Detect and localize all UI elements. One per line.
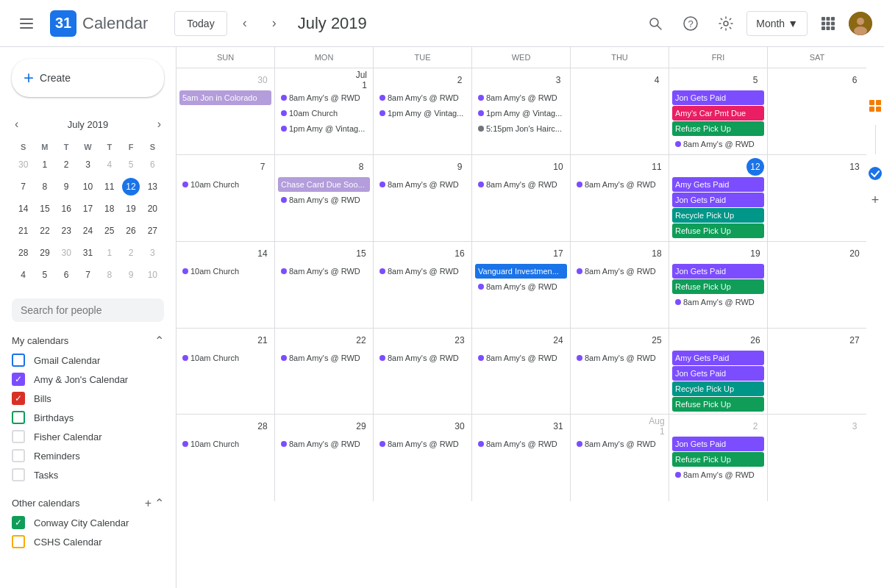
- calendar-date[interactable]: 26: [746, 331, 764, 349]
- calendar-date[interactable]: Aug 1: [648, 417, 666, 435]
- mini-cal-date[interactable]: 3: [143, 243, 163, 263]
- calendar-event[interactable]: Recycle Pick Up: [672, 381, 764, 396]
- mini-cal-date[interactable]: 27: [143, 220, 163, 241]
- cshs-calendar-checkbox[interactable]: [12, 535, 25, 548]
- bills-calendar-checkbox[interactable]: ✓: [12, 392, 25, 405]
- calendar-date[interactable]: 29: [352, 417, 370, 435]
- mini-cal-date[interactable]: 30: [13, 154, 33, 175]
- today-button[interactable]: Today: [174, 11, 227, 36]
- calendar-date[interactable]: 13: [846, 158, 863, 176]
- calendar-event[interactable]: 8am Amy's @ RWD: [574, 437, 666, 451]
- calendar-date[interactable]: 2: [451, 71, 468, 89]
- calendar-event[interactable]: 8am Amy's @ RWD: [278, 351, 370, 365]
- calendar-date[interactable]: 15: [352, 245, 370, 262]
- mini-cal-date[interactable]: 1: [99, 243, 119, 263]
- calendar-event[interactable]: Chase Card Due Soo...: [278, 177, 370, 192]
- calendar-date[interactable]: 30: [451, 417, 468, 435]
- my-calendars-title[interactable]: My calendars: [12, 335, 68, 346]
- calendar-event[interactable]: 8am Amy's @ RWD: [574, 351, 666, 365]
- calendar-event[interactable]: 8am Amy's @ RWD: [475, 177, 567, 192]
- calendar-date[interactable]: 10: [549, 158, 567, 176]
- calendar-date[interactable]: 27: [846, 331, 863, 349]
- calendar-event[interactable]: Jon Gets Paid: [672, 437, 764, 451]
- mini-cal-date[interactable]: 9: [57, 176, 76, 197]
- mini-cal-date[interactable]: 28: [13, 243, 33, 263]
- calendar-event[interactable]: Jon Gets Paid: [672, 193, 764, 207]
- calendar-date[interactable]: Jul 1: [352, 71, 370, 89]
- mini-cal-date[interactable]: 7: [78, 265, 98, 285]
- calendar-event[interactable]: 8am Amy's @ RWD: [377, 437, 468, 451]
- mini-cal-date[interactable]: 19: [121, 198, 140, 219]
- calendar-event[interactable]: 8am Amy's @ RWD: [278, 264, 370, 279]
- calendar-event[interactable]: 8am Amy's @ RWD: [377, 177, 468, 192]
- calendar-date[interactable]: 7: [254, 158, 271, 176]
- calendar-item-birthdays[interactable]: Birthdays: [0, 408, 176, 427]
- mini-cal-date[interactable]: 25: [99, 220, 119, 241]
- search-people-input[interactable]: [12, 298, 164, 322]
- calendar-event[interactable]: Amy Gets Paid: [672, 351, 764, 365]
- mini-cal-date[interactable]: 14: [13, 198, 33, 219]
- tasks-calendar-checkbox[interactable]: [12, 468, 25, 481]
- user-avatar[interactable]: [849, 12, 872, 35]
- calendar-event[interactable]: Refuse Pick Up: [672, 452, 764, 467]
- calendar-event[interactable]: 8am Amy's @ RWD: [377, 351, 468, 365]
- mini-cal-date[interactable]: 23: [57, 220, 76, 241]
- calendar-event[interactable]: 5:15pm Jon's Hairc...: [475, 121, 567, 136]
- help-button[interactable]: ?: [676, 9, 705, 38]
- calendar-date[interactable]: 28: [254, 417, 271, 435]
- calendar-event[interactable]: Jon Gets Paid: [672, 90, 764, 105]
- calendar-event[interactable]: 8am Amy's @ RWD: [672, 467, 764, 482]
- search-button[interactable]: [641, 9, 670, 38]
- mini-cal-date[interactable]: 26: [121, 220, 140, 241]
- apps-button[interactable]: [813, 9, 843, 38]
- mini-cal-date[interactable]: 10: [78, 176, 98, 197]
- calendar-date[interactable]: 17: [549, 245, 567, 262]
- calendar-event[interactable]: Jon Gets Paid: [672, 264, 764, 279]
- mini-cal-date[interactable]: 24: [78, 220, 98, 241]
- calendar-event[interactable]: Refuse Pick Up: [672, 279, 764, 294]
- calendar-date[interactable]: 14: [254, 245, 271, 262]
- calendar-date[interactable]: 8: [352, 158, 370, 176]
- calendar-date[interactable]: 22: [352, 331, 370, 349]
- calendar-event[interactable]: 10am Church: [179, 437, 271, 451]
- calendar-event[interactable]: 8am Amy's @ RWD: [475, 90, 567, 105]
- calendar-event[interactable]: 8am Amy's @ RWD: [574, 264, 666, 279]
- mini-cal-date[interactable]: 10: [143, 265, 163, 285]
- calendar-event[interactable]: 8am Amy's @ RWD: [377, 90, 468, 105]
- mini-cal-date[interactable]: 11: [99, 176, 119, 197]
- other-calendars-toggle[interactable]: ⌃: [154, 496, 164, 510]
- calendar-event[interactable]: 8am Amy's @ RWD: [672, 295, 764, 309]
- calendar-event[interactable]: 8am Amy's @ RWD: [672, 412, 764, 415]
- calendar-item-tasks[interactable]: Tasks: [0, 465, 176, 484]
- mini-cal-date[interactable]: 7: [13, 176, 33, 197]
- conway-calendar-checkbox[interactable]: ✓: [12, 516, 25, 529]
- calendar-event[interactable]: 8am Amy's @ RWD: [475, 437, 567, 451]
- menu-button[interactable]: [12, 9, 41, 38]
- calendar-date[interactable]: 18: [648, 245, 666, 262]
- mini-next-button[interactable]: ›: [154, 115, 164, 134]
- fisher-calendar-checkbox[interactable]: [12, 430, 25, 443]
- calendar-event[interactable]: Refuse Pick Up: [672, 223, 764, 238]
- calendar-date[interactable]: 9: [451, 158, 468, 176]
- mini-cal-date[interactable]: 22: [35, 220, 54, 241]
- calendar-date[interactable]: 12: [746, 158, 764, 176]
- calendar-event[interactable]: Vanguard Investmen...: [475, 264, 567, 279]
- calendar-date[interactable]: 20: [846, 245, 863, 262]
- mini-prev-button[interactable]: ‹: [12, 115, 21, 134]
- calendar-event[interactable]: 10am Church: [179, 264, 271, 279]
- calendar-event[interactable]: 8am Amy's @ RWD: [574, 177, 666, 192]
- my-calendars-toggle[interactable]: ⌃: [154, 334, 164, 348]
- calendar-date[interactable]: 3: [846, 417, 863, 435]
- calendar-item-bills[interactable]: ✓ Bills: [0, 389, 176, 408]
- mini-cal-date[interactable]: 18: [99, 198, 119, 219]
- calendar-event[interactable]: 8am Amy's @ RWD: [475, 279, 567, 294]
- calendar-item-cshs[interactable]: CSHS Calendar: [0, 532, 176, 551]
- calendar-date[interactable]: 30: [254, 71, 271, 89]
- mini-cal-date[interactable]: 9: [121, 265, 140, 285]
- settings-button[interactable]: [711, 9, 741, 38]
- calendar-date[interactable]: 23: [451, 331, 468, 349]
- calendar-event[interactable]: 1pm Amy @ Vintag...: [377, 106, 468, 121]
- calendar-date[interactable]: 16: [451, 245, 468, 262]
- gmail-calendar-checkbox[interactable]: [12, 354, 25, 367]
- add-other-calendar-button[interactable]: +: [145, 496, 152, 510]
